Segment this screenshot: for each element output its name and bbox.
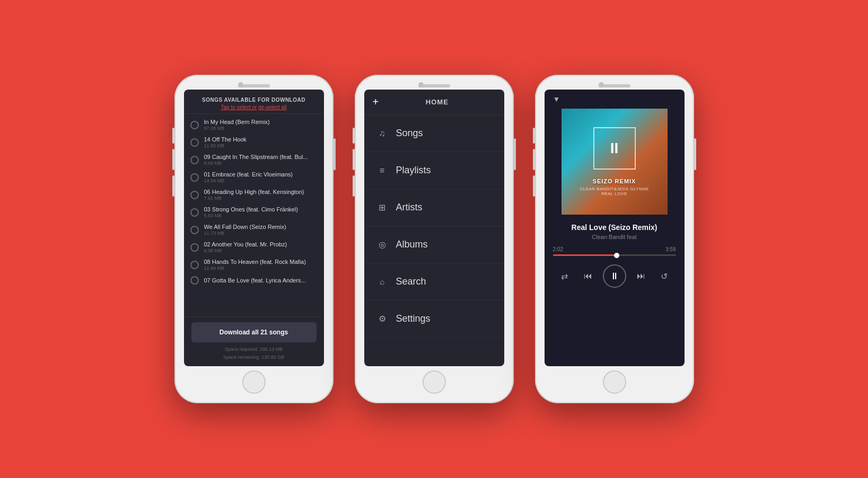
song-item[interactable]: 09 Caught In The Slipstream (feat. Bul..… — [184, 151, 324, 169]
progress-bar-container[interactable]: 2:02 3:58 — [545, 246, 685, 256]
song-name: 07 Gotta Be Love (feat. Lyrica Anders... — [204, 277, 318, 284]
song-size: 6.08 MB — [204, 248, 318, 253]
song-info: We All Fall Down (Seizo Remix) 11.73 MB — [204, 224, 318, 236]
menu-item-albums[interactable]: ◎ Albums — [364, 226, 504, 263]
song-info: 01 Embrace (feat. Eric Vloeimans) 14.04 … — [204, 171, 318, 183]
song-size: 11.94 MB — [204, 265, 318, 271]
shuffle-button[interactable]: ⇄ — [556, 268, 573, 285]
phone-1-mute-btn — [172, 128, 174, 144]
menu-item-playlists[interactable]: ≡ Playlists — [364, 152, 504, 189]
playlists-label: Playlists — [396, 165, 431, 176]
song-name: In My Head (Bern Remix) — [204, 119, 318, 125]
song-info: In My Head (Bern Remix) 97.08 MB — [204, 119, 318, 131]
download-header: SONGS AVAILABLE FOR DOWNLOAD Tap to sele… — [184, 90, 324, 114]
song-size: 7.91 MB — [204, 196, 318, 201]
song-list: In My Head (Bern Remix) 97.08 MB 14 Off … — [184, 114, 324, 316]
deselect-all-link[interactable]: de-select all — [258, 104, 286, 110]
menu-item-songs[interactable]: ♫ Songs — [364, 115, 504, 152]
song-radio[interactable] — [190, 191, 199, 199]
song-item[interactable]: 06 Heading Up High (feat. Kensington) 7.… — [184, 186, 324, 203]
song-size: 97.08 MB — [204, 126, 318, 131]
next-button[interactable]: ⏭ — [633, 268, 650, 285]
tap-to-select-label: Tap to select or — [221, 104, 257, 110]
download-all-button[interactable]: Download all 21 songs — [191, 322, 317, 342]
player-dropdown-icon[interactable]: ▼ — [553, 95, 560, 103]
song-item[interactable]: In My Head (Bern Remix) 97.08 MB — [184, 116, 324, 134]
search-icon: ⌕ — [377, 277, 388, 287]
song-item[interactable]: 08 Hands To Heaven (feat. Rock Mafia) 11… — [184, 256, 324, 273]
song-radio[interactable] — [190, 226, 199, 234]
song-name: 09 Caught In The Slipstream (feat. Bul..… — [204, 154, 318, 160]
progress-thumb[interactable] — [614, 253, 619, 258]
menu-item-artists[interactable]: ⊞ Artists — [364, 189, 504, 226]
song-radio[interactable] — [190, 156, 199, 164]
song-radio[interactable] — [190, 121, 199, 129]
song-item[interactable]: 03 Strong Ones (feat. Cimo Fränkel) 5.83… — [184, 203, 324, 221]
phone-1-camera — [238, 82, 243, 87]
space-info: Space required: 298.13 MB Space remainin… — [191, 346, 317, 361]
prev-button[interactable]: ⏮ — [580, 268, 597, 285]
download-header-sub: Tap to select or de-select all — [189, 104, 319, 110]
album-overlay: II SEIZO REMIX CLEAN BANDIT&JESS GLYNNE … — [562, 109, 668, 215]
song-info: 03 Strong Ones (feat. Cimo Fränkel) 5.83… — [204, 206, 318, 218]
space-remaining-label: Space remaining: 135.80 GB — [191, 353, 317, 361]
phone-3-vol-up-btn — [533, 149, 535, 170]
song-size: 5.83 MB — [204, 213, 318, 218]
menu-item-settings[interactable]: ⚙ Settings — [364, 300, 504, 338]
song-info: 02 Another You (feat. Mr. Probz) 6.08 MB — [204, 241, 318, 253]
menu-items-container: ♫ Songs ≡ Playlists ⊞ Artists ◎ Albums ⌕… — [364, 115, 504, 338]
menu-item-search[interactable]: ⌕ Search — [364, 263, 504, 300]
repeat-button[interactable]: ↺ — [656, 268, 673, 285]
phone-3-vol-down-btn — [533, 175, 535, 197]
song-size: 14.04 MB — [204, 178, 318, 183]
song-size: 9.89 MB — [204, 161, 318, 166]
song-radio[interactable] — [190, 261, 199, 269]
song-name: 08 Hands To Heaven (feat. Rock Mafia) — [204, 259, 318, 265]
song-radio[interactable] — [190, 276, 199, 285]
song-radio[interactable] — [190, 208, 199, 217]
download-footer: Download all 21 songs Space required: 29… — [184, 316, 324, 366]
phone-1: SONGS AVAILABLE FOR DOWNLOAD Tap to sele… — [174, 75, 334, 403]
song-size: 11.73 MB — [204, 231, 318, 236]
phone-2-screen: + HOME ♫ Songs ≡ Playlists ⊞ Artists ◎ A… — [364, 90, 504, 366]
home-title: HOME — [379, 98, 495, 106]
song-size: 11.80 MB — [204, 143, 318, 148]
album-art: II SEIZO REMIX CLEAN BANDIT&JESS GLYNNE … — [562, 109, 668, 215]
play-pause-button[interactable]: ⏸ — [603, 264, 626, 288]
song-radio[interactable] — [190, 243, 199, 252]
player-artist: Clean Bandit feat — [545, 234, 685, 240]
song-radio[interactable] — [190, 173, 199, 182]
phones-container: SONGS AVAILABLE FOR DOWNLOAD Tap to sele… — [153, 54, 715, 424]
song-item[interactable]: 02 Another You (feat. Mr. Probz) 6.08 MB — [184, 238, 324, 256]
song-item[interactable]: 07 Gotta Be Love (feat. Lyrica Anders... — [184, 273, 324, 287]
settings-icon: ⚙ — [377, 314, 388, 324]
phone-2-home-btn[interactable] — [423, 370, 446, 394]
phone-3-home-btn[interactable] — [603, 370, 626, 394]
songs-label: Songs — [396, 128, 423, 139]
album-logo-text: II — [610, 141, 619, 156]
space-required-label: Space required: 298.13 MB — [191, 346, 317, 353]
song-name: 14 Off The Hook — [204, 136, 318, 143]
remix-label: SEIZO REMIX — [593, 178, 636, 184]
song-item[interactable]: We All Fall Down (Seizo Remix) 11.73 MB — [184, 221, 324, 238]
song-name: We All Fall Down (Seizo Remix) — [204, 224, 318, 230]
add-button[interactable]: + — [373, 96, 379, 108]
song-info: 06 Heading Up High (feat. Kensington) 7.… — [204, 189, 318, 201]
song-info: 08 Hands To Heaven (feat. Rock Mafia) 11… — [204, 259, 318, 271]
artists-label: Artists — [396, 202, 423, 213]
song-info: 07 Gotta Be Love (feat. Lyrica Anders... — [204, 277, 318, 284]
phone-3-screen: ▼ II SEIZO REMIX CLEAN BANDIT&JESS GLYNN… — [545, 90, 685, 366]
song-radio[interactable] — [190, 138, 199, 147]
progress-fill — [553, 254, 617, 256]
song-item[interactable]: 14 Off The Hook 11.80 MB — [184, 134, 324, 151]
phone-1-home-btn[interactable] — [242, 370, 266, 394]
phone-2-mute-btn — [353, 128, 355, 144]
song-item[interactable]: 01 Embrace (feat. Eric Vloeimans) 14.04 … — [184, 169, 324, 186]
progress-track[interactable] — [553, 254, 676, 256]
song-name: 01 Embrace (feat. Eric Vloeimans) — [204, 171, 318, 178]
albums-label: Albums — [396, 239, 428, 250]
phone-2-camera — [418, 82, 424, 87]
album-art-background: II SEIZO REMIX CLEAN BANDIT&JESS GLYNNE … — [562, 109, 668, 215]
phone-2-vol-up-btn — [353, 149, 355, 170]
home-screen: + HOME ♫ Songs ≡ Playlists ⊞ Artists ◎ A… — [364, 90, 504, 366]
